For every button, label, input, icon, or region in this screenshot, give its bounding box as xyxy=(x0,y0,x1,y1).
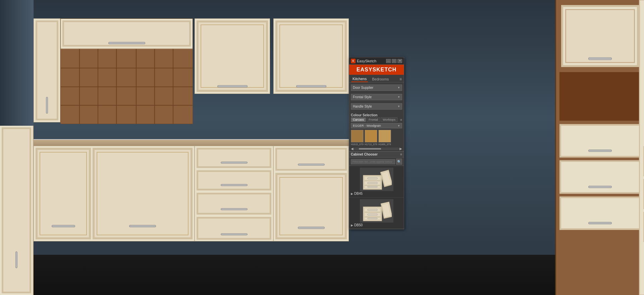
filter-search-button[interactable]: 🔍 xyxy=(396,159,402,165)
minimize-button[interactable]: — xyxy=(386,59,391,63)
swatch-color-h1869 xyxy=(378,130,391,142)
swatch-h1713[interactable]: H1713_ST9 xyxy=(365,130,377,145)
svg-rect-10 xyxy=(364,208,381,212)
panel-tabs: Kitchens Bedrooms ≡ xyxy=(349,75,404,82)
handle-style-section: Handle Style ▼ xyxy=(349,103,404,112)
frontal-style-section: Frontal Style ▼ xyxy=(349,94,404,102)
colour-selection-label: Colour Selection xyxy=(351,112,402,117)
svg-rect-12 xyxy=(364,213,381,217)
counter-right xyxy=(273,139,349,146)
base-cab-right xyxy=(273,146,349,241)
cabinet-svg-db45 xyxy=(362,169,392,190)
tab-bedrooms[interactable]: Bedrooms xyxy=(371,76,390,82)
frontal-style-dropdown[interactable]: Frontal Style ▼ xyxy=(351,94,402,100)
swatch-label-h1713: H1713_ST9 xyxy=(365,143,377,145)
restore-button[interactable]: □ xyxy=(392,59,396,63)
cabinet-item-label-row-db45: ▶ DB45 xyxy=(351,192,402,195)
frontal-style-arrow: ▼ xyxy=(397,96,400,99)
right-open-section xyxy=(559,72,641,121)
left-wall-cab-small xyxy=(34,18,60,122)
swatch-label-h1869: H1869_ST9 xyxy=(378,143,391,145)
wine-grid xyxy=(61,49,193,124)
colour-swatches: H1615_ST9 H1713_ST9 H1869_ST9 xyxy=(351,130,402,145)
counter-left xyxy=(34,139,195,146)
door-supplier-label: Door Supplier xyxy=(353,86,373,90)
cabinet-item-name-db50: DB50 xyxy=(354,223,363,227)
frontal-style-label: Frontal Style xyxy=(353,95,372,99)
cabinet-list: ▶ DB45 xyxy=(349,166,404,229)
filter-row: 🔍 xyxy=(349,158,404,166)
wine-rack-cabinet xyxy=(60,18,193,124)
scroll-right-arrow[interactable]: ▶ xyxy=(399,147,402,151)
cabinet-chooser-menu-icon[interactable]: ≡ xyxy=(400,153,402,156)
cabinet-item-label-row-db50: ▶ DB50 xyxy=(351,223,402,227)
egger-label: EGGER - Woodgrain xyxy=(353,124,381,127)
svg-rect-14 xyxy=(364,217,381,220)
right-bottom-door2 xyxy=(559,160,641,194)
panel-logo-small: E xyxy=(351,59,356,63)
upper-center-cab xyxy=(195,18,270,94)
cabinet-svg-db50 xyxy=(362,200,392,222)
svg-rect-8 xyxy=(381,171,391,186)
colour-tabs-menu[interactable]: ≡ xyxy=(400,118,402,122)
base-cab-mid-drawers xyxy=(195,146,273,241)
scroll-thumb xyxy=(359,148,381,150)
swatch-h1615[interactable]: H1615_ST9 xyxy=(351,130,364,145)
right-tall-cabinet xyxy=(555,0,644,295)
swatch-color-h1615 xyxy=(351,130,364,142)
colour-scrollbar: ◀ ▶ xyxy=(351,147,402,151)
scene-background xyxy=(0,0,644,295)
titlebar-controls: — □ ✕ xyxy=(386,59,402,63)
far-left-tall-cab xyxy=(0,126,34,295)
base-cab-left xyxy=(34,146,195,241)
svg-rect-3 xyxy=(364,181,381,185)
upper-right-center-cab xyxy=(273,18,349,94)
colour-selection-section: Colour Selection Carcass Frontal Worktop… xyxy=(349,112,404,151)
cabinet-item-img-db50 xyxy=(360,199,393,223)
tabs-menu-icon[interactable]: ≡ xyxy=(399,77,402,81)
svg-rect-5 xyxy=(364,186,381,188)
expand-icon-db45[interactable]: ▶ xyxy=(351,192,353,195)
counter-mid xyxy=(195,139,273,146)
right-top-door xyxy=(561,5,639,67)
cabinet-item-img-db45 xyxy=(360,168,393,191)
cabinet-item-name-db45: DB45 xyxy=(354,192,363,195)
cabinet-chooser-label: Cabinet Chooser xyxy=(351,153,378,156)
colour-tab-worktops[interactable]: Worktops xyxy=(381,117,397,122)
right-bottom-door3 xyxy=(559,196,641,230)
cabinet-item-db50[interactable]: ▶ DB50 xyxy=(349,197,404,229)
door-supplier-arrow: ▼ xyxy=(397,86,400,89)
scroll-track[interactable] xyxy=(354,148,399,150)
close-button[interactable]: ✕ xyxy=(397,59,402,63)
handle-style-label: Handle Style xyxy=(353,105,372,108)
panel-title-text: EasySketch xyxy=(357,59,376,63)
egger-select[interactable]: EGGER - Woodgrain ▼ xyxy=(351,123,402,128)
panel-titlebar: E EasySketch — □ ✕ xyxy=(349,57,404,65)
handle-style-dropdown[interactable]: Handle Style ▼ xyxy=(351,103,402,110)
easysketch-panel: E EasySketch — □ ✕ EASYSKETCH Kitchens B… xyxy=(349,57,404,229)
expand-icon-db50[interactable]: ▶ xyxy=(351,224,353,227)
far-right-panel xyxy=(639,0,644,295)
tab-kitchens[interactable]: Kitchens xyxy=(351,76,368,82)
floor xyxy=(0,255,644,295)
cabinet-item-db45[interactable]: ▶ DB45 xyxy=(349,166,404,197)
svg-rect-1 xyxy=(364,176,381,180)
egger-arrow: ▼ xyxy=(397,124,400,127)
cabinet-chooser-header: Cabinet Chooser ≡ xyxy=(349,151,404,158)
door-supplier-dropdown[interactable]: Door Supplier ▼ xyxy=(351,84,402,91)
scroll-left-arrow[interactable]: ◀ xyxy=(351,147,354,151)
panel-logo-bar: EASYSKETCH xyxy=(349,65,404,75)
filter-input[interactable] xyxy=(351,159,395,164)
handle-style-arrow: ▼ xyxy=(397,105,400,108)
swatch-label-h1615: H1615_ST9 xyxy=(351,143,363,145)
swatch-h1869[interactable]: H1869_ST9 xyxy=(378,130,391,145)
swatch-color-h1713 xyxy=(365,130,377,142)
titlebar-left: E EasySketch xyxy=(351,59,376,63)
right-bottom-door1 xyxy=(559,124,641,158)
colour-tabs: Carcass Frontal Worktops ≡ xyxy=(351,117,402,122)
door-supplier-section: Door Supplier ▼ xyxy=(349,82,404,93)
colour-tab-carcass[interactable]: Carcass xyxy=(351,117,366,122)
colour-tab-frontal[interactable]: Frontal xyxy=(367,117,380,122)
